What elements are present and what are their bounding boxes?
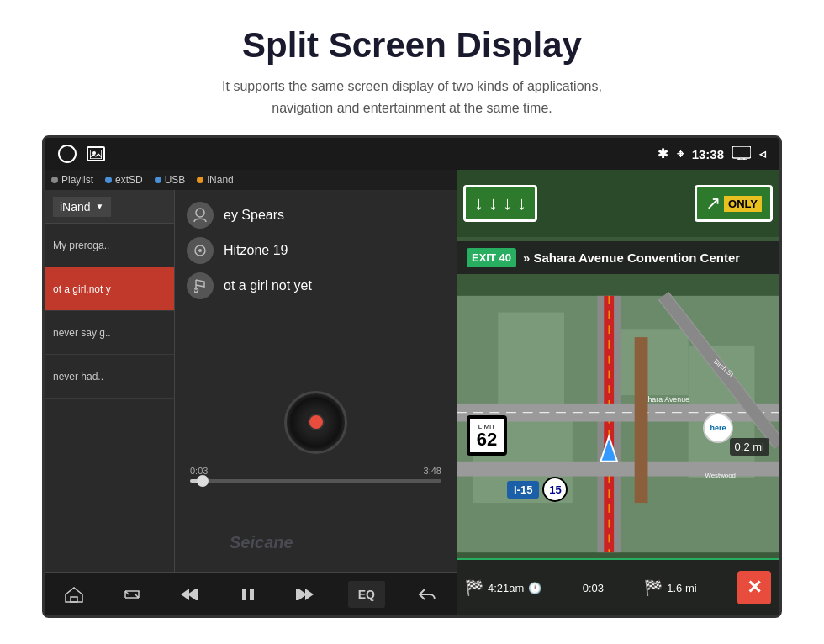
main-player: ey Spears Hitzone 19 xyxy=(175,190,457,572)
route-shield: 15 xyxy=(542,477,568,502)
tab-extsd[interactable]: extSD xyxy=(105,174,143,186)
nav-panel: ↓ ↓ ↓ ↓ ↗ ONLY EXIT 40 » Sahara Avenue xyxy=(457,170,779,615)
eq-button[interactable]: EQ xyxy=(348,581,385,608)
svg-rect-14 xyxy=(242,589,246,600)
track-icon xyxy=(187,272,214,299)
tab-usb[interactable]: USB xyxy=(155,174,186,186)
screen-icon xyxy=(732,146,751,162)
dot-inand xyxy=(197,177,203,183)
track-row: ot a girl not yet xyxy=(187,272,445,299)
playlist-sidebar: iNand ▼ My preroga.. ot a girl,not y nev… xyxy=(45,190,175,572)
music-player-area: iNand ▼ My preroga.. ot a girl,not y nev… xyxy=(45,190,457,572)
exit-sign-area: EXIT 40 » Sahara Avenue Convention Cente… xyxy=(457,241,779,274)
music-panel: Playlist extSD USB iNand xyxy=(45,170,457,615)
only-sign: ↗ ONLY xyxy=(695,185,773,222)
flag-icon-1: 🏁 xyxy=(465,578,483,597)
back-button[interactable] xyxy=(411,579,443,610)
clock-icon: 🕐 xyxy=(528,582,541,594)
status-right: ✱ ⌖ 13:38 ◃ xyxy=(658,146,766,162)
dot-playlist xyxy=(51,177,58,183)
progress-thumb[interactable] xyxy=(197,475,209,487)
svg-marker-17 xyxy=(305,589,314,600)
eta-item: 🏁 4:21am 🕐 xyxy=(465,578,541,597)
highway-sign: ↓ ↓ ↓ ↓ xyxy=(463,185,537,222)
progress-times: 0:03 3:48 xyxy=(190,466,441,476)
flag-icon-2: 🏁 xyxy=(644,578,663,597)
transport-bar: EQ xyxy=(45,572,457,615)
playlist-item-0[interactable]: My preroga.. xyxy=(45,224,174,267)
dropdown-arrow-icon: ▼ xyxy=(96,202,104,211)
page-title: Split Screen Display xyxy=(34,25,790,66)
artist-name: ey Spears xyxy=(224,208,284,223)
svg-rect-15 xyxy=(250,589,254,600)
tab-usb-label: USB xyxy=(165,174,186,186)
playlist-item-2[interactable]: never say g.. xyxy=(45,311,174,355)
i15-label: I-15 xyxy=(507,481,539,499)
svg-rect-13 xyxy=(196,589,198,600)
home-button[interactable] xyxy=(58,579,90,610)
elapsed-item: 0:03 xyxy=(583,582,604,594)
svg-rect-18 xyxy=(296,589,298,600)
only-label: ONLY xyxy=(724,196,762,212)
current-time: 0:03 xyxy=(190,466,208,476)
album-name: Hitzone 19 xyxy=(224,243,288,258)
nav-bottom-bar: 🏁 4:21am 🕐 0:03 🏁 1.6 mi ✕ xyxy=(457,558,779,615)
play-pause-button[interactable] xyxy=(233,579,263,610)
next-button[interactable] xyxy=(289,579,321,610)
image-icon xyxy=(87,146,105,161)
storage-label: iNand xyxy=(60,200,91,214)
svg-text:Westwood: Westwood xyxy=(705,472,736,480)
arrow-down-1: ↓ xyxy=(474,193,483,214)
main-content: Playlist extSD USB iNand xyxy=(45,170,779,615)
header-subtitle: It supports the same screen display of t… xyxy=(34,76,790,119)
tab-playlist-label: Playlist xyxy=(61,174,93,186)
progress-area: 0:03 3:48 xyxy=(187,466,445,483)
eq-label: EQ xyxy=(358,588,375,601)
status-bar: ✱ ⌖ 13:38 ◃ xyxy=(45,138,779,170)
elapsed-time: 0:03 xyxy=(583,582,604,594)
artist-icon xyxy=(187,202,214,229)
svg-marker-12 xyxy=(181,589,189,600)
tab-playlist[interactable]: Playlist xyxy=(51,174,93,186)
artist-row: ey Spears xyxy=(187,202,445,229)
repeat-button[interactable] xyxy=(116,579,148,610)
dot-extsd xyxy=(105,177,112,183)
storage-selector[interactable]: iNand ▼ xyxy=(45,190,174,224)
header-section: Split Screen Display It supports the sam… xyxy=(0,0,824,135)
svg-rect-2 xyxy=(732,146,751,158)
tab-inand[interactable]: iNand xyxy=(197,174,233,186)
speed-sign: LIMIT 62 xyxy=(467,415,507,456)
status-time: 13:38 xyxy=(692,147,724,161)
arrow-down-2: ↓ xyxy=(489,193,498,214)
player-center: 0:03 3:48 xyxy=(187,308,445,560)
tab-inand-label: iNand xyxy=(207,174,233,186)
svg-point-1 xyxy=(92,151,96,155)
nav-close-button[interactable]: ✕ xyxy=(737,571,771,604)
svg-point-8 xyxy=(198,249,202,252)
arrow-down-4: ↓ xyxy=(517,193,526,214)
total-time: 3:48 xyxy=(424,466,441,476)
prev-button[interactable] xyxy=(174,579,206,610)
progress-bar[interactable] xyxy=(190,479,441,483)
album-row: Hitzone 19 xyxy=(187,237,445,264)
playlist-item-1[interactable]: ot a girl,not y xyxy=(45,267,174,311)
nav-map: ↓ ↓ ↓ ↓ ↗ ONLY EXIT 40 » Sahara Avenue xyxy=(457,170,779,615)
arrow-down-3: ↓ xyxy=(503,193,512,214)
svg-point-6 xyxy=(196,209,204,217)
nav-top-signs: ↓ ↓ ↓ ↓ ↗ ONLY xyxy=(457,170,779,237)
svg-rect-26 xyxy=(604,296,614,552)
device-frame: ✱ ⌖ 13:38 ◃ Playlist xyxy=(42,135,782,618)
speed-number: 62 xyxy=(477,430,497,449)
storage-dropdown[interactable]: iNand ▼ xyxy=(53,197,111,217)
map-body: Sahara Avenue Birch St Westwood LIMIT 62 xyxy=(457,292,779,557)
remaining-distance: 1.6 mi xyxy=(667,582,696,594)
remaining-item: 🏁 1.6 mi xyxy=(644,578,696,597)
exit-badge: EXIT 40 xyxy=(467,248,516,267)
svg-rect-37 xyxy=(635,337,648,503)
playlist-item-3[interactable]: never had.. xyxy=(45,355,174,399)
album-icon xyxy=(187,237,214,264)
source-tabs: Playlist extSD USB iNand xyxy=(45,170,457,190)
here-logo: here xyxy=(703,413,733,443)
dot-usb xyxy=(155,177,161,183)
status-left-icons xyxy=(58,145,105,163)
